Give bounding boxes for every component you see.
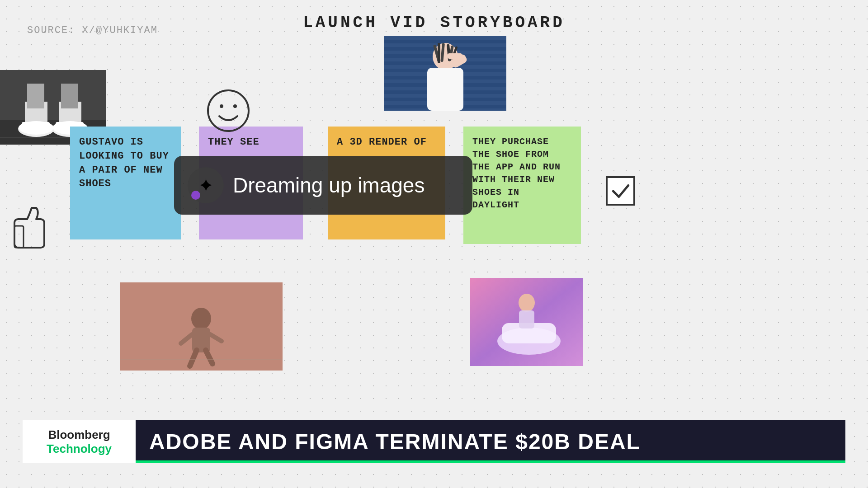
svg-point-51 <box>519 294 535 312</box>
purple-dot <box>191 191 200 200</box>
star-icon: ✦ <box>198 174 214 197</box>
svg-rect-6 <box>27 84 44 108</box>
svg-rect-34 <box>448 53 462 59</box>
svg-rect-26 <box>427 68 463 111</box>
ticker-accent-bar <box>136 460 845 463</box>
svg-rect-9 <box>22 122 50 127</box>
bottom-right-image <box>470 278 583 366</box>
bloomberg-brand-category: Technology <box>47 442 112 456</box>
svg-point-36 <box>220 104 223 108</box>
svg-point-37 <box>233 104 237 108</box>
svg-rect-29 <box>438 43 440 63</box>
sticky-blue-text: GUSTAVO IS LOOKING TO BUY A PAIR OF NEW … <box>79 136 169 189</box>
ticker-bar: Bloomberg Technology ADOBE AND FIGMA TER… <box>23 420 845 463</box>
svg-point-40 <box>191 308 211 329</box>
sticky-green-text: THEY PURCHASE THE SHOE FROM THE APP AND … <box>472 136 561 210</box>
bottom-left-image <box>120 282 283 371</box>
sticky-yellow-text: A 3D RENDER OF <box>337 136 427 148</box>
dreaming-overlay: ✦ Dreaming up images <box>174 156 472 215</box>
smiley-icon <box>206 88 251 133</box>
sticky-note-green: THEY PURCHASE THE SHOE FROM THE APP AND … <box>463 127 581 244</box>
person-image <box>384 36 506 111</box>
source-label: SOURCE: X/@YUHKIYAM <box>27 25 158 36</box>
ticker-headline: ADOBE AND FIGMA TERMINATE $20B DEAL <box>149 429 641 454</box>
thumbsup-icon <box>9 203 54 253</box>
dreaming-icon-container: ✦ <box>188 167 224 203</box>
svg-point-35 <box>208 90 249 131</box>
svg-rect-52 <box>519 310 534 328</box>
dreaming-text: Dreaming up images <box>233 173 425 197</box>
bloomberg-logo: Bloomberg Technology <box>23 420 136 463</box>
checkbox <box>606 176 635 206</box>
sticky-purple-text: THEY SEE <box>208 136 259 148</box>
svg-rect-7 <box>61 84 78 108</box>
bloomberg-brand-name: Bloomberg <box>48 428 110 442</box>
ticker-content: ADOBE AND FIGMA TERMINATE $20B DEAL <box>136 420 845 463</box>
svg-rect-38 <box>14 226 24 248</box>
sticky-note-blue: GUSTAVO IS LOOKING TO BUY A PAIR OF NEW … <box>70 127 181 239</box>
svg-rect-14 <box>384 36 506 40</box>
page-title: LAUNCH VID STORYBOARD <box>303 14 565 32</box>
